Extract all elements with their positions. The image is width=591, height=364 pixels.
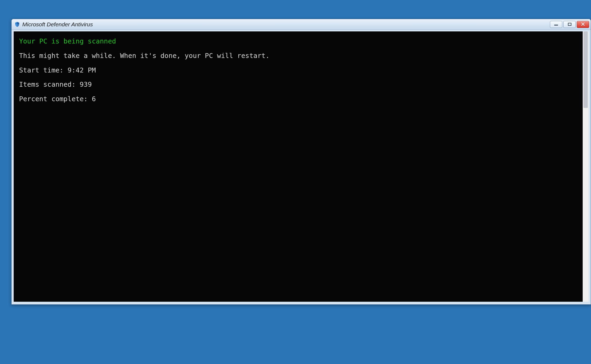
vertical-scrollbar[interactable] [583, 31, 589, 302]
scan-headline: Your PC is being scanned [19, 37, 577, 46]
start-time-line: Start time: 9:42 PM [19, 66, 577, 75]
console-output: Your PC is being scannedThis might take … [14, 31, 583, 302]
close-button[interactable] [577, 21, 589, 28]
items-scanned-line: Items scanned: 939 [19, 80, 577, 89]
shield-icon [14, 21, 20, 27]
window-controls [550, 21, 589, 28]
maximize-icon [568, 23, 571, 26]
console-wrap: Your PC is being scannedThis might take … [14, 31, 589, 302]
client-area: Your PC is being scannedThis might take … [12, 30, 591, 304]
scrollbar-thumb[interactable] [583, 31, 588, 108]
window-title: Microsoft Defender Antivirus [22, 21, 93, 28]
titlebar-left: Microsoft Defender Antivirus [14, 21, 550, 28]
start-time-value: 9:42 PM [68, 66, 96, 74]
items-scanned-value: 939 [80, 81, 92, 88]
percent-complete-label: Percent complete: [19, 95, 92, 103]
titlebar[interactable]: Microsoft Defender Antivirus [12, 19, 591, 30]
minimize-button[interactable] [550, 21, 562, 28]
start-time-label: Start time: [19, 66, 68, 74]
percent-complete-line: Percent complete: 6 [19, 94, 577, 104]
close-icon [581, 22, 585, 27]
items-scanned-label: Items scanned: [19, 81, 80, 88]
minimize-icon [554, 25, 558, 26]
maximize-button[interactable] [563, 21, 576, 28]
scan-description: This might take a while. When it's done,… [19, 51, 577, 60]
percent-complete-value: 6 [92, 95, 96, 103]
app-window: Microsoft Defender Antivirus Your PC is … [11, 19, 591, 305]
scrollbar-track[interactable] [583, 31, 589, 302]
